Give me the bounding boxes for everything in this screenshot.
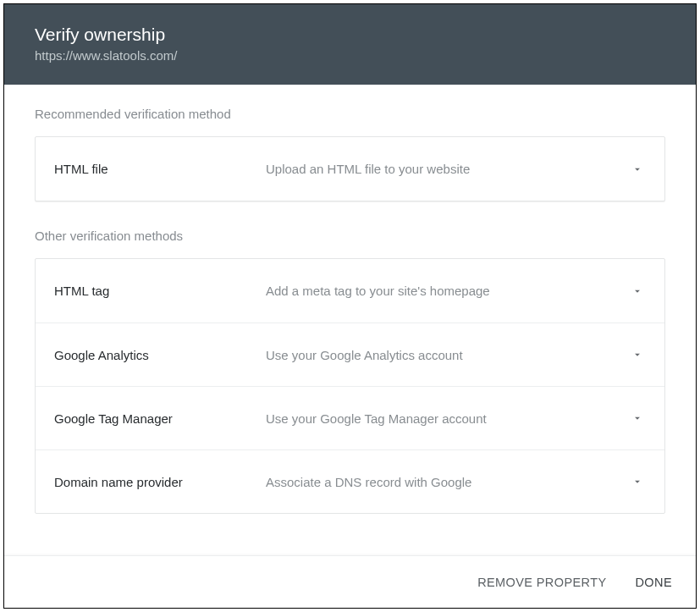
method-title: Google Tag Manager [54, 411, 266, 426]
chevron-down-icon [629, 283, 646, 300]
method-title: Domain name provider [54, 475, 266, 489]
other-section-label: Other verification methods [35, 229, 665, 243]
dialog-header: Verify ownership https://www.slatools.co… [4, 4, 696, 85]
verify-ownership-dialog: Verify ownership https://www.slatools.co… [3, 3, 697, 609]
method-desc: Associate a DNS record with Google [266, 475, 629, 489]
method-desc: Use your Google Analytics account [266, 348, 629, 362]
method-html-tag[interactable]: HTML tag Add a meta tag to your site's h… [36, 259, 664, 323]
chevron-down-icon [629, 473, 646, 490]
done-button[interactable]: DONE [636, 576, 673, 589]
chevron-down-icon [629, 161, 646, 178]
method-google-analytics[interactable]: Google Analytics Use your Google Analyti… [36, 323, 664, 386]
recommended-section-label: Recommended verification method [35, 107, 665, 121]
dialog-content: Recommended verification method HTML fil… [4, 85, 696, 555]
method-desc: Upload an HTML file to your website [266, 162, 629, 176]
method-desc: Use your Google Tag Manager account [266, 411, 629, 426]
method-title: HTML file [54, 162, 266, 176]
dialog-footer: REMOVE PROPERTY DONE [4, 555, 696, 608]
method-title: Google Analytics [54, 348, 266, 362]
chevron-down-icon [629, 410, 646, 427]
method-google-tag-manager[interactable]: Google Tag Manager Use your Google Tag M… [36, 386, 664, 449]
chevron-down-icon [629, 346, 646, 363]
other-panel: HTML tag Add a meta tag to your site's h… [35, 258, 665, 514]
method-html-file[interactable]: HTML file Upload an HTML file to your we… [36, 137, 664, 201]
method-desc: Add a meta tag to your site's homepage [266, 284, 629, 298]
method-title: HTML tag [54, 284, 266, 298]
remove-property-button[interactable]: REMOVE PROPERTY [477, 576, 606, 589]
method-domain-name-provider[interactable]: Domain name provider Associate a DNS rec… [36, 449, 664, 513]
dialog-subtitle: https://www.slatools.com/ [35, 48, 665, 63]
recommended-panel: HTML file Upload an HTML file to your we… [35, 136, 665, 201]
dialog-title: Verify ownership [35, 25, 665, 45]
